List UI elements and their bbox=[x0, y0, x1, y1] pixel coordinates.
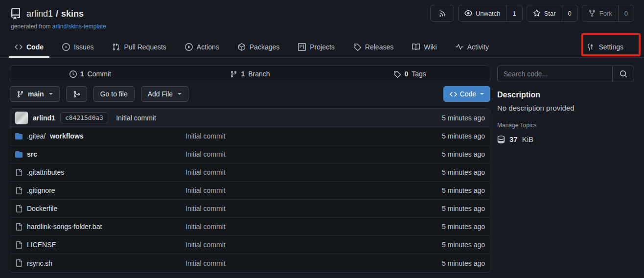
row-commit-time: 5 minutes ago bbox=[442, 223, 485, 231]
rss-button[interactable] bbox=[430, 5, 454, 22]
go-to-file-label: Go to file bbox=[100, 90, 128, 98]
tab-wiki-label: Wiki bbox=[424, 43, 437, 51]
row-commit-time: 5 minutes ago bbox=[442, 132, 485, 140]
tab-actions[interactable]: Actions bbox=[185, 37, 219, 57]
repo-toolbar: main Go to file Add File Code bbox=[10, 86, 490, 102]
watch-count[interactable]: 1 bbox=[506, 5, 522, 21]
file-link[interactable]: src bbox=[15, 150, 185, 158]
file-name: rsync.sh bbox=[27, 259, 52, 267]
repo-header: arlind1 / skins generated from arlind/sk… bbox=[0, 0, 644, 30]
table-row: LICENSE Initial commit 5 minutes ago bbox=[10, 236, 490, 254]
file-icon bbox=[15, 223, 23, 231]
watch-button-group: Unwatch 1 bbox=[458, 5, 523, 22]
row-commit-message[interactable]: Initial commit bbox=[185, 150, 226, 158]
tab-packages[interactable]: Packages bbox=[238, 37, 279, 57]
branch-count-label: Branch bbox=[248, 70, 270, 78]
repo-owner-link[interactable]: arlind1 bbox=[26, 9, 53, 19]
unwatch-button[interactable]: Unwatch bbox=[459, 5, 506, 21]
fork-icon bbox=[588, 9, 596, 17]
row-commit-message[interactable]: Initial commit bbox=[185, 259, 226, 267]
compare-button[interactable] bbox=[66, 86, 87, 102]
star-count[interactable]: 0 bbox=[562, 5, 577, 21]
generated-from-label: generated from bbox=[11, 23, 50, 30]
chevron-down-icon bbox=[49, 93, 53, 95]
git-compare-icon bbox=[73, 91, 80, 98]
tab-wiki[interactable]: Wiki bbox=[412, 37, 437, 57]
branch-selector[interactable]: main bbox=[10, 86, 60, 102]
file-link[interactable]: .gitignore bbox=[15, 186, 185, 194]
file-link[interactable]: Dockerfile bbox=[15, 205, 185, 212]
folder-icon bbox=[15, 133, 23, 140]
tab-activity-label: Activity bbox=[467, 43, 489, 51]
database-icon bbox=[497, 136, 505, 143]
tag-icon bbox=[353, 43, 361, 51]
repo-name-link[interactable]: skins bbox=[61, 9, 84, 19]
commit-count-label: Commit bbox=[88, 70, 111, 78]
commits-stat[interactable]: 1 Commit bbox=[10, 70, 170, 78]
unwatch-label: Unwatch bbox=[476, 10, 501, 17]
add-file-button[interactable]: Add File bbox=[141, 86, 188, 102]
go-to-file-button[interactable]: Go to file bbox=[93, 86, 135, 102]
tab-projects-label: Projects bbox=[310, 43, 335, 51]
tab-settings[interactable]: Settings bbox=[587, 37, 623, 57]
tab-issues[interactable]: Issues bbox=[62, 37, 93, 57]
template-repo-link[interactable]: arlind/skins-template bbox=[52, 23, 106, 30]
tab-settings-label: Settings bbox=[598, 43, 623, 51]
file-link[interactable]: rsync.sh bbox=[15, 259, 185, 267]
file-link[interactable]: hardlink-songs-folder.bat bbox=[15, 223, 185, 231]
avatar[interactable] bbox=[15, 112, 28, 124]
file-path-prefix: .gitea/ bbox=[27, 132, 46, 140]
tag-count: 0 bbox=[404, 70, 408, 78]
search-button[interactable] bbox=[612, 66, 634, 82]
file-name: src bbox=[27, 150, 37, 158]
tab-projects[interactable]: Projects bbox=[298, 37, 335, 57]
star-button-group: Star 0 bbox=[527, 5, 578, 22]
tab-releases-label: Releases bbox=[365, 43, 393, 51]
star-button[interactable]: Star bbox=[527, 5, 562, 21]
row-commit-message[interactable]: Initial commit bbox=[185, 132, 226, 140]
file-name: .gitattributes bbox=[27, 168, 64, 176]
star-label: Star bbox=[544, 10, 556, 17]
commit-time: 5 minutes ago bbox=[442, 114, 485, 122]
package-icon bbox=[238, 43, 246, 51]
row-commit-time: 5 minutes ago bbox=[442, 241, 485, 249]
tab-issues-label: Issues bbox=[74, 43, 93, 51]
repo-icon bbox=[10, 8, 22, 20]
tab-releases[interactable]: Releases bbox=[353, 37, 393, 57]
search-input[interactable] bbox=[498, 66, 612, 82]
table-row: .gitattributes Initial commit 5 minutes … bbox=[10, 163, 490, 182]
play-circle-icon bbox=[185, 43, 193, 51]
issue-icon bbox=[62, 43, 70, 51]
tab-code[interactable]: Code bbox=[15, 37, 44, 57]
file-browser-table: arlind1 c84215d0a3 Initial commit 5 minu… bbox=[10, 108, 490, 273]
fork-count[interactable]: 0 bbox=[618, 5, 634, 21]
manage-topics-link[interactable]: Manage Topics bbox=[497, 122, 537, 129]
tab-code-label: Code bbox=[26, 43, 44, 51]
repo-content: 1 Commit 1 Branch 0 Tags bbox=[0, 58, 644, 273]
row-commit-message[interactable]: Initial commit bbox=[185, 241, 226, 249]
row-commit-message[interactable]: Initial commit bbox=[185, 205, 226, 212]
repo-title: arlind1 / skins bbox=[26, 9, 84, 19]
branches-stat[interactable]: 1 Branch bbox=[170, 70, 330, 78]
table-row: rsync.sh Initial commit 5 minutes ago bbox=[10, 254, 490, 272]
row-commit-message[interactable]: Initial commit bbox=[185, 223, 226, 231]
search-icon bbox=[620, 70, 627, 78]
file-link[interactable]: LICENSE bbox=[15, 241, 185, 249]
commit-message-link[interactable]: Initial commit bbox=[116, 114, 156, 122]
row-commit-message[interactable]: Initial commit bbox=[185, 186, 226, 194]
fork-button[interactable]: Fork bbox=[582, 5, 618, 21]
tags-stat[interactable]: 0 Tags bbox=[330, 70, 490, 78]
tab-activity[interactable]: Activity bbox=[456, 37, 489, 57]
tab-pull-requests[interactable]: Pull Requests bbox=[112, 37, 166, 57]
file-link[interactable]: .gitattributes bbox=[15, 168, 185, 176]
rss-icon bbox=[431, 5, 454, 21]
code-download-button[interactable]: Code bbox=[443, 86, 490, 102]
generated-from: generated from arlind/skins-template bbox=[11, 23, 634, 30]
file-link[interactable]: .gitea/workflows bbox=[15, 132, 185, 140]
row-commit-message[interactable]: Initial commit bbox=[185, 168, 226, 176]
add-file-label: Add File bbox=[148, 90, 173, 98]
table-row: .gitea/workflows Initial commit 5 minute… bbox=[10, 127, 490, 145]
code-icon bbox=[15, 43, 23, 51]
commit-hash-link[interactable]: c84215d0a3 bbox=[60, 112, 108, 123]
commit-author-link[interactable]: arlind1 bbox=[33, 114, 55, 122]
